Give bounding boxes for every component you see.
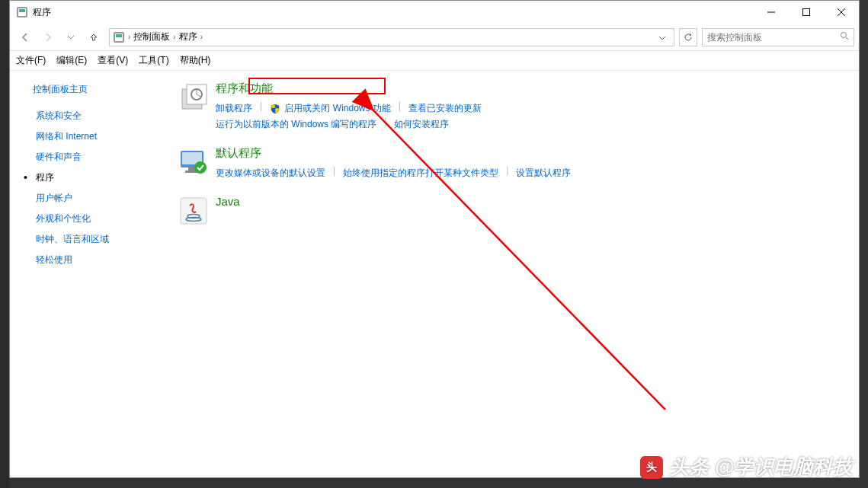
group-title[interactable]: 程序和功能 bbox=[216, 81, 844, 96]
svg-rect-9 bbox=[116, 34, 122, 37]
address-bar[interactable]: › 控制面板 › 程序 › bbox=[109, 28, 674, 46]
svg-rect-2 bbox=[19, 9, 25, 12]
link-view-updates[interactable]: 查看已安装的更新 bbox=[408, 100, 482, 116]
close-button[interactable] bbox=[824, 1, 859, 24]
link-set-defaults[interactable]: 设置默认程序 bbox=[516, 165, 571, 181]
menu-view[interactable]: 查看(V) bbox=[98, 54, 128, 67]
main-panel: 程序和功能 卸载程序 | 启用或关闭 Windows 功能 | 查看已安装的更新… bbox=[162, 71, 859, 477]
menu-file[interactable]: 文件(F) bbox=[16, 54, 46, 67]
refresh-button[interactable] bbox=[679, 28, 697, 46]
svg-line-11 bbox=[846, 37, 848, 40]
sidebar-item-clock[interactable]: 时钟、语言和区域 bbox=[33, 233, 162, 246]
window-controls bbox=[754, 1, 859, 24]
background-strip bbox=[0, 0, 9, 488]
search-input[interactable] bbox=[707, 32, 840, 43]
sidebar-item-programs[interactable]: 程序 bbox=[33, 171, 162, 184]
link-media-defaults[interactable]: 更改媒体或设备的默认设置 bbox=[216, 165, 325, 181]
control-panel-window: 程序 › 控制面板 › 程序 › 文件(F) 编辑(E) 查看(V) 工 bbox=[9, 0, 860, 478]
group-title[interactable]: Java bbox=[216, 195, 844, 208]
search-box[interactable] bbox=[702, 28, 854, 46]
link-uninstall[interactable]: 卸载程序 bbox=[216, 100, 252, 116]
maximize-button[interactable] bbox=[789, 1, 824, 24]
sidebar-item-users[interactable]: 用户帐户 bbox=[33, 192, 162, 205]
breadcrumb-item[interactable]: 控制面板 bbox=[130, 30, 173, 43]
navigation-bar: › 控制面板 › 程序 › bbox=[10, 24, 859, 51]
breadcrumb-item[interactable]: 程序 bbox=[176, 30, 200, 43]
recent-dropdown[interactable] bbox=[60, 27, 82, 48]
sidebar-item-ease[interactable]: 轻松使用 bbox=[33, 254, 162, 266]
group-default-programs: 默认程序 更改媒体或设备的默认设置 | 始终使用指定的程序打开某种文件类型 | … bbox=[178, 146, 844, 181]
menu-edit[interactable]: 编辑(E) bbox=[56, 54, 87, 67]
link-how-install[interactable]: 如何安装程序 bbox=[394, 116, 449, 132]
breadcrumb-sep: › bbox=[200, 33, 203, 41]
link-compat[interactable]: 运行为以前版本的 Windows 编写的程序 bbox=[216, 116, 376, 132]
programs-features-icon bbox=[178, 81, 210, 113]
watermark-handle: @学识电脑科技 bbox=[715, 454, 853, 480]
sidebar-item-hardware[interactable]: 硬件和声音 bbox=[33, 151, 162, 164]
svg-rect-4 bbox=[803, 9, 810, 16]
link-file-assoc[interactable]: 始终使用指定的程序打开某种文件类型 bbox=[343, 165, 498, 181]
menu-bar: 文件(F) 编辑(E) 查看(V) 工具(T) 帮助(H) bbox=[10, 51, 859, 71]
svg-rect-20 bbox=[181, 198, 207, 224]
sidebar: 控制面板主页 系统和安全 网络和 Internet 硬件和声音 程序 用户帐户 … bbox=[10, 71, 162, 477]
menu-help[interactable]: 帮助(H) bbox=[180, 54, 211, 67]
shield-icon bbox=[270, 104, 280, 114]
watermark-icon: 头 bbox=[640, 456, 663, 479]
back-button[interactable] bbox=[14, 27, 36, 48]
watermark: 头 头条 @学识电脑科技 bbox=[640, 454, 853, 480]
group-programs-features: 程序和功能 卸载程序 | 启用或关闭 Windows 功能 | 查看已安装的更新… bbox=[178, 81, 844, 132]
window-icon bbox=[16, 6, 28, 18]
default-programs-icon bbox=[178, 146, 210, 178]
sidebar-item-system[interactable]: 系统和安全 bbox=[33, 110, 162, 123]
up-button[interactable] bbox=[83, 27, 104, 48]
forward-button[interactable] bbox=[37, 27, 59, 48]
content-area: 控制面板主页 系统和安全 网络和 Internet 硬件和声音 程序 用户帐户 … bbox=[10, 71, 859, 477]
address-dropdown[interactable] bbox=[654, 32, 671, 43]
svg-point-10 bbox=[841, 33, 847, 38]
svg-point-19 bbox=[194, 161, 207, 174]
location-icon bbox=[113, 31, 125, 43]
sidebar-home[interactable]: 控制面板主页 bbox=[33, 83, 162, 96]
group-title[interactable]: 默认程序 bbox=[216, 146, 844, 161]
java-icon bbox=[178, 195, 210, 227]
sidebar-item-appearance[interactable]: 外观和个性化 bbox=[33, 212, 162, 225]
minimize-button[interactable] bbox=[754, 1, 789, 24]
link-windows-features[interactable]: 启用或关闭 Windows 功能 bbox=[270, 100, 391, 116]
sidebar-item-network[interactable]: 网络和 Internet bbox=[33, 130, 162, 143]
menu-tools[interactable]: 工具(T) bbox=[139, 54, 168, 67]
watermark-prefix: 头条 bbox=[669, 454, 709, 480]
group-java: Java bbox=[178, 195, 844, 227]
titlebar: 程序 bbox=[10, 1, 859, 24]
search-icon bbox=[840, 31, 849, 43]
window-title: 程序 bbox=[33, 6, 754, 19]
